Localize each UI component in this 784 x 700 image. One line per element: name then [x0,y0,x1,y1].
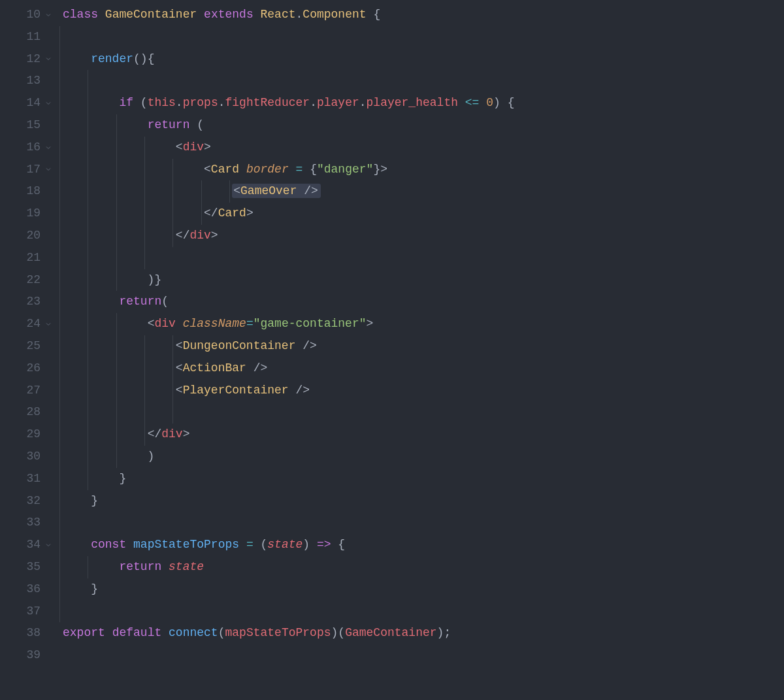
code-line[interactable]: </div> [63,225,784,247]
line-number: 25 [17,335,41,358]
code-line[interactable]: <DungeonContainer /> [63,335,784,358]
line-number: 14 [17,92,41,114]
code-line[interactable]: } [63,578,784,601]
line-number: 18 [17,180,41,203]
code-line[interactable]: render(){ [63,48,784,71]
line-number: 23 [17,291,41,313]
code-line[interactable] [63,26,784,48]
line-number: 39 [17,644,41,667]
code-line[interactable]: <Card border = {"danger"}> [63,159,784,181]
fold-toggle[interactable] [41,99,56,107]
line-number: 36 [17,578,41,601]
code-line[interactable]: return( [63,291,784,313]
line-number: 35 [17,556,41,578]
code-line[interactable]: </Card> [63,203,784,225]
code-line[interactable] [63,247,784,269]
line-number: 38 [17,622,41,644]
fold-toggle[interactable] [41,144,56,152]
gutter: 1011121314151617181920212223242526272829… [0,4,59,700]
code-line[interactable] [63,601,784,623]
line-number: 37 [17,601,41,623]
line-number: 22 [17,269,41,292]
line-number: 33 [17,512,41,534]
line-number: 12 [17,48,41,71]
code-area[interactable]: class GameContainer extends React.Compon… [59,4,784,700]
selection-highlight: <GameOver /> [232,184,321,198]
fold-toggle[interactable] [41,55,56,63]
fold-toggle[interactable] [41,165,56,173]
fold-toggle[interactable] [41,11,56,19]
code-line[interactable]: return ( [63,114,784,137]
code-line[interactable]: )} [63,269,784,292]
code-line[interactable]: const mapStateToProps = (state) => { [63,534,784,556]
code-line[interactable]: <div className="game-container"> [63,313,784,335]
line-number: 29 [17,424,41,446]
code-line[interactable]: return state [63,556,784,578]
code-line[interactable]: <PlayerContainer /> [63,380,784,402]
line-number: 13 [17,70,41,92]
line-number: 17 [17,159,41,181]
code-line[interactable] [63,644,784,667]
code-line[interactable]: ) [63,446,784,468]
line-number: 16 [17,137,41,159]
line-number: 30 [17,446,41,468]
line-number: 19 [17,203,41,225]
code-line[interactable]: <ActionBar /> [63,358,784,380]
line-number: 27 [17,380,41,402]
line-number: 24 [17,313,41,335]
line-number: 21 [17,247,41,269]
code-line[interactable]: </div> [63,424,784,446]
fold-toggle[interactable] [41,541,56,549]
line-number: 20 [17,225,41,247]
line-number: 32 [17,490,41,512]
line-number: 28 [17,401,41,424]
line-number: 11 [17,26,41,48]
code-line[interactable]: class GameContainer extends React.Compon… [63,4,784,26]
line-number: 34 [17,534,41,556]
code-line[interactable]: <div> [63,137,784,159]
code-line[interactable] [63,70,784,92]
code-line[interactable]: <GameOver /> [63,180,784,203]
line-number: 26 [17,358,41,380]
code-line[interactable]: } [63,468,784,490]
line-number: 10 [17,4,41,26]
line-number: 15 [17,114,41,137]
code-line[interactable]: } [63,490,784,512]
code-line[interactable] [63,401,784,424]
code-editor[interactable]: 1011121314151617181920212223242526272829… [0,0,784,700]
line-number: 31 [17,468,41,490]
code-line[interactable]: if (this.props.fightReducer.player.playe… [63,92,784,114]
fold-toggle[interactable] [41,320,56,328]
code-line[interactable] [63,512,784,534]
code-line[interactable]: export default connect(mapStateToProps)(… [63,622,784,644]
